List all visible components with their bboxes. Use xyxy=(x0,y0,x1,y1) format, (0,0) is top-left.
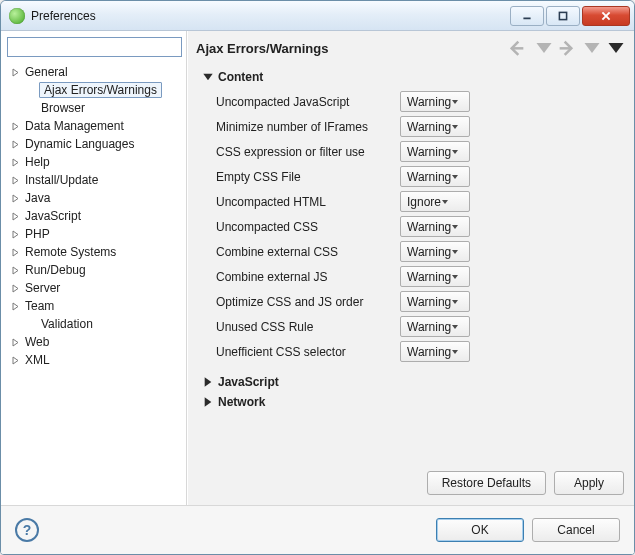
tree-item[interactable]: General xyxy=(7,63,182,81)
setting-row: Empty CSS FileWarning xyxy=(216,164,626,189)
tree-item-label: XML xyxy=(23,353,52,367)
maximize-button[interactable] xyxy=(546,6,580,26)
severity-combo[interactable]: Ignore xyxy=(400,191,470,212)
combo-value: Warning xyxy=(407,95,451,109)
section-header[interactable]: Network xyxy=(202,392,626,412)
tree-item[interactable]: Team xyxy=(7,297,182,315)
expand-icon[interactable] xyxy=(9,246,21,258)
filter-input[interactable] xyxy=(7,37,182,57)
tree-item-label: Java xyxy=(23,191,52,205)
setting-label: Unefficient CSS selector xyxy=(216,345,400,359)
severity-combo[interactable]: Warning xyxy=(400,241,470,262)
expand-icon[interactable] xyxy=(9,228,21,240)
ok-button[interactable]: OK xyxy=(436,518,524,542)
minimize-button[interactable] xyxy=(510,6,544,26)
expand-icon[interactable] xyxy=(9,174,21,186)
tree-item[interactable]: JavaScript xyxy=(7,207,182,225)
tree-item-label: PHP xyxy=(23,227,52,241)
expand-icon[interactable] xyxy=(9,264,21,276)
setting-row: Minimize number of IFramesWarning xyxy=(216,114,626,139)
tree-item-label: JavaScript xyxy=(23,209,83,223)
severity-combo[interactable]: Warning xyxy=(400,291,470,312)
severity-combo[interactable]: Warning xyxy=(400,341,470,362)
svg-marker-23 xyxy=(203,74,212,81)
tree-item[interactable]: Run/Debug xyxy=(7,261,182,279)
tree-item-label: Run/Debug xyxy=(23,263,88,277)
expand-icon[interactable] xyxy=(9,300,21,312)
severity-combo[interactable]: Warning xyxy=(400,91,470,112)
forward-button[interactable] xyxy=(558,40,578,56)
chevron-down-icon xyxy=(451,345,465,359)
tree-item[interactable]: Web xyxy=(7,333,182,351)
svg-marker-26 xyxy=(452,150,458,154)
expand-icon[interactable] xyxy=(9,138,21,150)
setting-row: Combine external JSWarning xyxy=(216,264,626,289)
tree-item[interactable]: Data Management xyxy=(7,117,182,135)
tree-item[interactable]: Install/Update xyxy=(7,171,182,189)
tree-item-label: General xyxy=(23,65,70,79)
svg-marker-13 xyxy=(13,267,18,274)
combo-value: Warning xyxy=(407,270,451,284)
window-title: Preferences xyxy=(31,9,510,23)
back-menu-icon[interactable] xyxy=(534,40,554,56)
tree-item[interactable]: Server xyxy=(7,279,182,297)
severity-combo[interactable]: Warning xyxy=(400,141,470,162)
cancel-button[interactable]: Cancel xyxy=(532,518,620,542)
svg-marker-8 xyxy=(13,177,18,184)
tree-item[interactable]: Remote Systems xyxy=(7,243,182,261)
expand-icon[interactable] xyxy=(9,210,21,222)
severity-combo[interactable]: Warning xyxy=(400,116,470,137)
content-area: ContentUncompacted JavaScriptWarningMini… xyxy=(196,61,626,461)
split-pane: GeneralAjax Errors/WarningsBrowserData M… xyxy=(1,31,634,506)
svg-marker-19 xyxy=(537,43,552,53)
expand-icon xyxy=(202,396,214,408)
view-menu-button[interactable] xyxy=(606,40,626,56)
expand-icon[interactable] xyxy=(9,354,21,366)
tree-item[interactable]: Java xyxy=(7,189,182,207)
setting-label: Combine external CSS xyxy=(216,245,400,259)
expand-icon[interactable] xyxy=(9,192,21,204)
expand-icon[interactable] xyxy=(9,66,21,78)
apply-button[interactable]: Apply xyxy=(554,471,624,495)
combo-value: Warning xyxy=(407,345,451,359)
section-header[interactable]: JavaScript xyxy=(202,372,626,392)
chevron-down-icon xyxy=(451,120,465,134)
severity-combo[interactable]: Warning xyxy=(400,266,470,287)
setting-label: Empty CSS File xyxy=(216,170,400,184)
expand-icon[interactable] xyxy=(9,336,21,348)
setting-label: Uncompacted CSS xyxy=(216,220,400,234)
svg-marker-16 xyxy=(13,339,18,346)
severity-combo[interactable]: Warning xyxy=(400,216,470,237)
preferences-window: Preferences GeneralAjax Errors/WarningsB… xyxy=(0,0,635,555)
chevron-down-icon xyxy=(451,320,465,334)
svg-marker-12 xyxy=(13,249,18,256)
setting-row: CSS expression or filter useWarning xyxy=(216,139,626,164)
dialog-body: GeneralAjax Errors/WarningsBrowserData M… xyxy=(1,31,634,554)
expand-icon[interactable] xyxy=(9,282,21,294)
chevron-down-icon xyxy=(451,145,465,159)
svg-marker-5 xyxy=(13,123,18,130)
severity-combo[interactable]: Warning xyxy=(400,316,470,337)
section-header[interactable]: Content xyxy=(202,67,626,87)
tree-item[interactable]: Browser xyxy=(7,99,182,117)
tree-item[interactable]: Ajax Errors/Warnings xyxy=(7,81,182,99)
svg-marker-27 xyxy=(452,175,458,179)
restore-defaults-button[interactable]: Restore Defaults xyxy=(427,471,546,495)
tree-item-label: Team xyxy=(23,299,56,313)
tree-item-label: Help xyxy=(23,155,52,169)
expand-icon[interactable] xyxy=(9,120,21,132)
svg-marker-15 xyxy=(13,303,18,310)
tree-item[interactable]: Dynamic Languages xyxy=(7,135,182,153)
expand-icon[interactable] xyxy=(9,156,21,168)
tree-item[interactable]: PHP xyxy=(7,225,182,243)
tree-item[interactable]: XML xyxy=(7,351,182,369)
back-button[interactable] xyxy=(510,40,530,56)
chevron-down-icon xyxy=(441,195,465,209)
category-tree[interactable]: GeneralAjax Errors/WarningsBrowserData M… xyxy=(7,63,182,499)
tree-item[interactable]: Help xyxy=(7,153,182,171)
tree-item[interactable]: Validation xyxy=(7,315,182,333)
forward-menu-icon[interactable] xyxy=(582,40,602,56)
severity-combo[interactable]: Warning xyxy=(400,166,470,187)
help-icon[interactable]: ? xyxy=(15,518,39,542)
close-button[interactable] xyxy=(582,6,630,26)
